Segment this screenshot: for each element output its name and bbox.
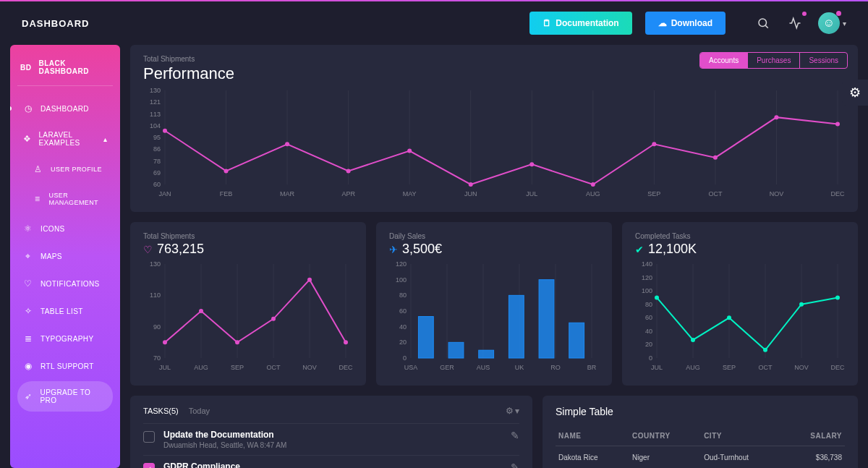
sidebar-item-notifications[interactable]: ♡ NOTIFICATIONS (17, 271, 113, 296)
sidebar-brand: BD BLACK DASHBOARD (17, 56, 113, 86)
sidebar-item-maps[interactable]: ⌖ MAPS (17, 244, 113, 268)
svg-point-117 (763, 348, 767, 352)
tasks-tab[interactable]: TASKS(5) (143, 407, 179, 415)
download-button[interactable]: ☁ Download (645, 12, 726, 35)
svg-rect-88 (418, 317, 433, 358)
col-city: CITY (701, 426, 783, 446)
edit-icon[interactable]: ✎ (511, 461, 519, 468)
svg-text:APR: APR (341, 190, 355, 197)
svg-text:120: 120 (396, 260, 407, 268)
performance-chart: 6069788695104113121130JANFEBMARAPRMAYJUN… (143, 83, 845, 199)
svg-text:OCT: OCT (267, 364, 281, 371)
tasks-settings-button[interactable]: ⚙▾ (506, 406, 519, 416)
sidebar-item-upgrade[interactable]: ➶ UPGRADE TO PRO (17, 381, 113, 412)
svg-text:OCT: OCT (759, 364, 773, 371)
svg-text:140: 140 (642, 260, 652, 268)
sidebar-item-user-profile[interactable]: ♙ USER PROFILE (17, 157, 113, 182)
globe-icon: ◉ (23, 361, 33, 371)
svg-text:JUL: JUL (651, 364, 663, 371)
svg-point-42 (591, 182, 595, 187)
activity-icon[interactable] (786, 14, 804, 32)
search-icon[interactable] (754, 14, 772, 32)
task-checkbox[interactable] (143, 431, 155, 443)
svg-text:NOV: NOV (770, 190, 784, 197)
text-icon: ≣ (23, 333, 33, 344)
sidebar-item-rtl[interactable]: ◉ RTL SUPPORT (17, 354, 113, 378)
svg-text:20: 20 (399, 339, 407, 346)
svg-text:104: 104 (150, 122, 161, 129)
svg-text:JUL: JUL (159, 364, 171, 371)
chevron-down-icon[interactable]: ▾ (843, 20, 846, 27)
task-checkbox[interactable]: ✓ (143, 463, 155, 468)
svg-text:86: 86 (153, 145, 161, 153)
svg-text:NOV: NOV (794, 364, 809, 371)
svg-text:JAN: JAN (158, 190, 171, 197)
chevron-down-icon: ▾ (515, 406, 519, 416)
tasks-card: TASKS(5) Today ⚙▾ Update the Documentati… (130, 396, 532, 468)
svg-text:GER: GER (440, 364, 454, 371)
svg-text:90: 90 (153, 323, 161, 331)
svg-text:20: 20 (645, 341, 652, 348)
sidebar-item-icons[interactable]: ⚛ ICONS (17, 216, 113, 241)
svg-text:100: 100 (642, 287, 652, 294)
svg-text:0: 0 (649, 354, 652, 362)
svg-text:NOV: NOV (302, 364, 317, 371)
sidebar-item-user-management[interactable]: ≡ USER MANAGEMENT (17, 184, 113, 213)
svg-point-39 (407, 149, 412, 153)
svg-text:DEC: DEC (339, 364, 353, 371)
documentation-button[interactable]: 🗒 Documentation (529, 12, 631, 35)
svg-point-114 (655, 295, 659, 299)
sidebar-item-laravel[interactable]: ❖ LARAVEL EXAMPLES ▴ (17, 124, 113, 154)
svg-point-43 (652, 142, 656, 146)
svg-text:60: 60 (645, 314, 652, 321)
settings-gear-button[interactable]: ⚙ (842, 80, 868, 106)
sidebar-item-table-list[interactable]: ✧ TABLE LIST (17, 299, 113, 323)
svg-point-36 (224, 169, 229, 173)
svg-text:SEP: SEP (723, 364, 736, 371)
sidebar: BD BLACK DASHBOARD ◷ DASHBOARD ❖ LARAVEL… (10, 45, 120, 468)
svg-text:80: 80 (399, 292, 407, 299)
edit-icon[interactable]: ✎ (511, 430, 519, 441)
svg-text:JUL: JUL (526, 190, 537, 197)
svg-point-68 (344, 340, 348, 344)
svg-text:MAY: MAY (403, 190, 417, 197)
user-face-icon: ☺ (823, 17, 835, 30)
task-desc: Dwuamish Head, Seattle, WA 8:47 AM (163, 441, 502, 449)
send-icon: ✔ (635, 244, 644, 255)
sidebar-item-dashboard[interactable]: ◷ DASHBOARD (17, 96, 113, 121)
svg-text:130: 130 (150, 260, 161, 268)
sales-card: Daily Sales ✈3,500€ 020406080100120USAGE… (376, 222, 612, 386)
col-country: COUNTRY (629, 426, 701, 446)
task-title: Update the Documentation (163, 430, 502, 440)
svg-text:110: 110 (150, 292, 161, 299)
svg-text:78: 78 (153, 158, 161, 165)
svg-line-1 (765, 25, 767, 27)
avatar[interactable]: ☺ (818, 12, 840, 34)
svg-point-119 (835, 295, 840, 299)
tab-accounts[interactable]: Accounts (700, 53, 748, 68)
chevron-up-icon: ▴ (103, 135, 107, 143)
svg-text:AUG: AUG (686, 364, 700, 371)
task-title: GDPR Compliance (163, 461, 502, 468)
pin-icon: ⌖ (23, 251, 33, 261)
svg-text:120: 120 (642, 274, 652, 281)
page-title: DASHBOARD (22, 18, 90, 29)
svg-text:AUS: AUS (477, 364, 490, 371)
svg-rect-91 (509, 295, 524, 358)
svg-point-67 (307, 278, 312, 282)
stack-icon: ❖ (23, 134, 31, 144)
user-icon: ♙ (33, 164, 43, 174)
sidebar-item-typography[interactable]: ≣ TYPOGRAPHY (17, 326, 113, 351)
svg-text:40: 40 (399, 323, 407, 331)
task-row: ✓ GDPR Compliance The GDPR is a regulati… (143, 455, 519, 468)
col-name: NAME (556, 426, 629, 446)
svg-point-45 (774, 115, 778, 119)
today-tab[interactable]: Today (189, 407, 210, 415)
rocket-icon: ➶ (23, 391, 33, 401)
svg-text:DEC: DEC (830, 364, 845, 371)
gear-icon: ⚙ (849, 85, 861, 101)
tab-sessions[interactable]: Sessions (800, 53, 847, 68)
completed-chart: 020406080100120140JULAUGSEPOCTNOVDEC (635, 257, 845, 373)
tab-purchases[interactable]: Purchases (748, 53, 800, 68)
svg-text:USA: USA (404, 364, 418, 371)
